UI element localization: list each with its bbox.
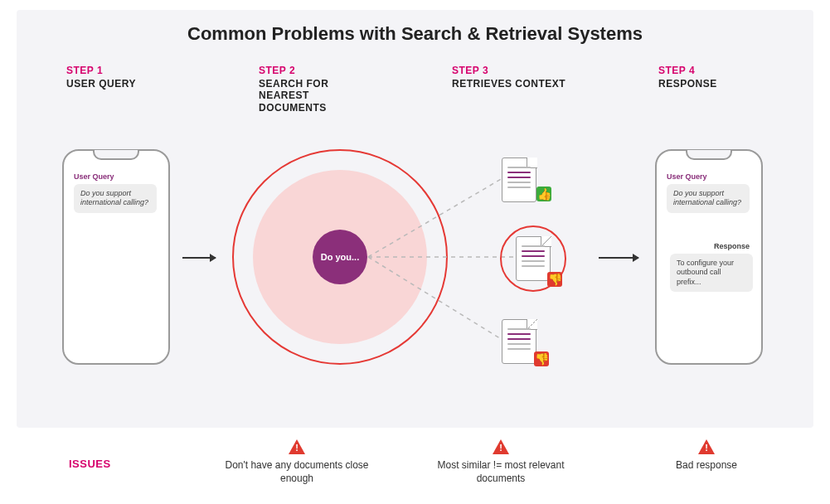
issues-heading: ISSUES: [69, 458, 111, 470]
arrow-step3-to-step4: [599, 257, 638, 259]
step-txt-4: RESPONSE: [658, 78, 717, 90]
user-query-bubble-2: Do you support international calling?: [667, 184, 750, 213]
search-space-circle: Do you...: [232, 149, 448, 365]
user-query-bubble: Do you support international calling?: [74, 184, 157, 213]
issue-1-text: Don't have any documents close enough: [214, 459, 380, 485]
thumbs-down-icon: 👎: [534, 351, 549, 366]
user-query-label: User Query: [74, 172, 114, 181]
issue-2: Most similar != most relevant documents: [418, 439, 584, 485]
warning-icon: [493, 439, 509, 454]
arrow-step1-to-step2: [182, 257, 216, 259]
document-2: [516, 236, 551, 281]
step-num-1: STEP 1: [66, 65, 103, 76]
response-bubble: To configure your outbound call prefix..…: [670, 254, 753, 292]
issue-1: Don't have any documents close enough: [214, 439, 380, 485]
user-query-label-2: User Query: [667, 172, 707, 181]
step-label-3: STEP 3 RETRIEVES CONTEXT: [452, 65, 565, 90]
document-lines: [507, 328, 531, 353]
query-embedding-text: Do you...: [321, 252, 359, 263]
document-lines: [522, 245, 545, 270]
warning-icon: [289, 439, 305, 454]
phone-response: User Query Do you support international …: [655, 149, 763, 365]
document-1: [502, 158, 536, 202]
document-lines: [507, 167, 531, 191]
step-num-4: STEP 4: [658, 65, 695, 76]
step-num-3: STEP 3: [452, 65, 488, 76]
thumbs-up-icon: 👍: [536, 187, 551, 201]
step-label-4: STEP 4 RESPONSE: [658, 65, 717, 90]
warning-icon: [698, 439, 715, 454]
step-label-2: STEP 2 SEARCH FOR NEAREST DOCUMENTS: [259, 65, 328, 114]
phone-notch: [686, 150, 732, 160]
issue-3-text: Bad response: [624, 459, 789, 472]
phone-notch: [93, 150, 139, 160]
phone-user-query: User Query Do you support international …: [62, 149, 170, 365]
step-num-2: STEP 2: [259, 65, 295, 76]
step-label-1: STEP 1 USER QUERY: [66, 65, 136, 90]
issue-2-text: Most similar != most relevant documents: [418, 459, 584, 485]
page-title: Common Problems with Search & Retrieval …: [0, 23, 830, 45]
thumbs-down-icon: 👎: [547, 272, 562, 287]
query-embedding-core: Do you...: [313, 230, 367, 284]
step-txt-1: USER QUERY: [66, 78, 136, 90]
document-3: [502, 319, 536, 364]
issue-3: Bad response: [624, 439, 789, 472]
response-label: Response: [714, 242, 750, 250]
step-txt-2: SEARCH FOR NEAREST DOCUMENTS: [259, 78, 328, 114]
diagram-page: Common Problems with Search & Retrieval …: [0, 0, 830, 504]
step-txt-3: RETRIEVES CONTEXT: [452, 78, 565, 90]
